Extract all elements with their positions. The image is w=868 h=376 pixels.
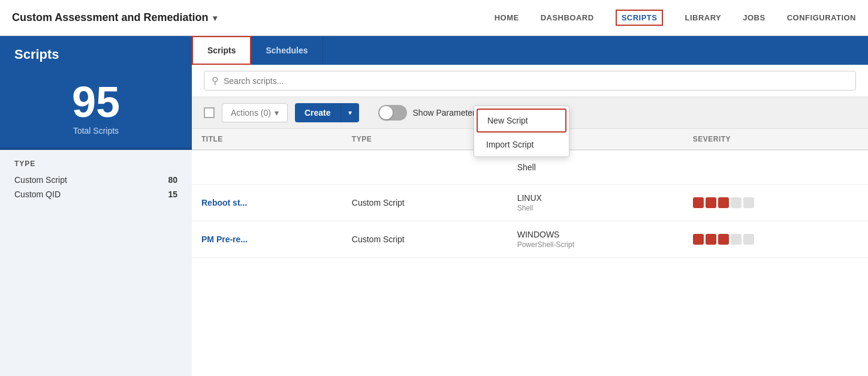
severity-dot [693,197,704,208]
filter-custom-qid-label: Custom QID [14,189,61,199]
layout: Scripts 95 Total Scripts TYPE Custom Scr… [0,36,868,376]
app-title-text: Custom Assessment and Remediation [12,11,208,24]
table-row: PM Pre-re... Custom Script WINDOWS Power… [192,221,868,258]
nav-configuration[interactable]: CONFIGURATION [787,11,856,25]
severity-dot [693,234,704,245]
create-chevron-icon: ▾ [348,109,352,117]
filter-custom-qid[interactable]: Custom QID 15 [14,189,177,199]
app-title: Custom Assessment and Remediation ▾ [12,11,217,24]
row3-platform-sub: PowerShell-Script [517,240,674,249]
parameterized-toggle[interactable] [378,105,407,121]
severity-dot [718,197,729,208]
top-nav: Custom Assessment and Remediation ▾ HOME… [0,0,868,36]
toggle-knob [379,106,393,119]
severity-dot-empty [731,197,742,208]
row2-platform-sub: Shell [517,204,674,212]
sidebar-count-area: 95 Total Scripts [0,68,192,148]
row3-title[interactable]: PM Pre-re... [192,221,342,258]
dropdown-new-script[interactable]: New Script [477,109,566,133]
create-dropdown-menu: New Script Import Script [474,106,569,157]
create-button[interactable]: Create [295,103,340,122]
severity-dot-empty [743,197,754,208]
select-all-checkbox[interactable] [204,107,215,118]
severity-dot [718,234,729,245]
col-title: TITLE [192,129,342,150]
row3-platform-main: WINDOWS [517,230,674,239]
actions-chevron-icon: ▾ [275,108,279,118]
nav-dashboard[interactable]: DASHBOARD [541,11,594,25]
row3-platform: WINDOWS PowerShell-Script [508,221,683,258]
col-severity: SEVERITY [683,129,868,150]
sidebar: Scripts 95 Total Scripts TYPE Custom Scr… [0,36,192,376]
search-icon: ⚲ [212,75,219,86]
app-title-dropdown-icon[interactable]: ▾ [213,13,217,23]
row1-title [192,150,342,185]
row2-severity [683,185,868,221]
row3-severity-dots [693,234,858,245]
row2-severity-dots [693,197,858,208]
create-button-group: Create ▾ [295,103,359,122]
row2-type: Custom Script [342,185,508,221]
row1-severity [683,150,868,185]
sidebar-filters: TYPE Custom Script 80 Custom QID 15 [0,150,192,376]
search-bar-area: ⚲ [192,65,868,97]
table-area: TITLE TYPE PLATFORM SEVERITY Shell [192,129,868,376]
nav-jobs[interactable]: JOBS [743,11,765,25]
severity-dot-empty [731,234,742,245]
tab-scripts[interactable]: Scripts [192,36,251,65]
row3-title-link[interactable]: PM Pre-re... [201,234,248,244]
severity-dot-empty [743,234,754,245]
nav-links: HOME DASHBOARD SCRIPTS LIBRARY JOBS CONF… [495,10,856,26]
total-scripts-label: Total Scripts [14,126,177,136]
filter-section-title: TYPE [14,160,177,168]
filter-custom-script[interactable]: Custom Script 80 [14,175,177,185]
filter-custom-qid-count: 15 [168,189,177,199]
row2-title[interactable]: Reboot st... [192,185,342,221]
row2-platform: LINUX Shell [508,185,683,221]
nav-library[interactable]: LIBRARY [685,11,721,25]
create-dropdown-button[interactable]: ▾ [340,103,359,122]
nav-scripts[interactable]: SCRIPTS [616,10,664,26]
severity-dot [706,234,716,245]
nav-home[interactable]: HOME [495,11,519,25]
search-input[interactable] [224,76,848,86]
search-wrap: ⚲ [204,71,856,91]
filter-custom-script-label: Custom Script [14,175,67,185]
actions-label: Actions (0) [231,108,271,118]
row2-title-link[interactable]: Reboot st... [201,198,247,207]
total-scripts-count: 95 [14,80,177,124]
row3-type: Custom Script [342,221,508,258]
filter-custom-script-count: 80 [168,175,177,185]
tab-schedules[interactable]: Schedules [251,36,323,65]
row1-platform-main: Shell [517,163,674,172]
severity-dot [706,197,716,208]
row3-severity [683,221,868,258]
row2-platform-main: LINUX [517,193,674,203]
table-row: Reboot st... Custom Script LINUX Shell [192,185,868,221]
tabs-bar: Scripts Schedules [192,36,868,65]
sidebar-title: Scripts [0,36,192,68]
dropdown-import-script[interactable]: Import Script [474,133,569,157]
main-content: Scripts Schedules ⚲ Actions (0) ▾ Create [192,36,868,376]
actions-button[interactable]: Actions (0) ▾ [222,103,288,122]
